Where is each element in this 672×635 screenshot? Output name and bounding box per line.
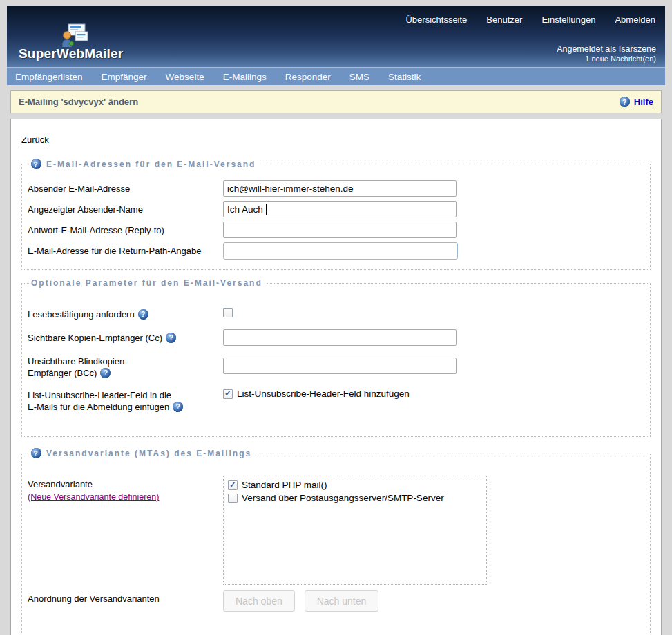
smtp-checkbox[interactable]: ✓	[228, 494, 238, 503]
page: Übersichtsseite Benutzer Einstellungen A…	[0, 0, 672, 635]
cc-label: Sichtbare Kopien-Empfänger (Cc)?	[28, 329, 223, 344]
form-row-absender-name: Angezeigter Absender-Name	[28, 201, 644, 217]
section-versandvariante: ? Versandvariante (MTAs) des E-Mailings …	[21, 448, 651, 635]
absender-name-label: Angezeigter Absender-Name	[28, 201, 223, 215]
nach-unten-button[interactable]: Nach unten	[305, 590, 379, 612]
section-optional-params-legend: Optionale Parameter für den E-Mail-Versa…	[29, 278, 267, 288]
unsubscribe-label: List-Unsubscribe-Header-Feld in die E-Ma…	[28, 387, 223, 413]
unsubscribe-label-line1: List-Unsubscribe-Header-Feld in die	[28, 389, 223, 401]
checkmark-icon: ✓	[224, 389, 231, 398]
cc-input[interactable]	[223, 329, 457, 346]
bcc-input[interactable]	[223, 358, 457, 374]
unsubscribe-label-line2: E-Mails für die Abmeldung einfügen	[28, 402, 169, 412]
help-icon[interactable]: ?	[173, 402, 183, 412]
read-receipt-label: Lesebestätigung anfordern?	[28, 306, 223, 320]
form-row-returnpath: E-Mail-Adresse für die Return-Path-Angab…	[28, 242, 644, 260]
section-email-addresses-legend: ? E-Mail-Adressen für den E-Mail-Versand	[29, 159, 260, 169]
app-title: SuperWebMailer	[19, 46, 123, 61]
legend-text: E-Mail-Adressen für den E-Mail-Versand	[46, 159, 256, 169]
form-row-bcc: Unsichtbare Blindkopien- Empfänger (BCc)…	[28, 353, 644, 379]
absender-label: Absender E-Mail-Adresse	[28, 180, 223, 195]
list-item-smtp: ✓ Versand über Postausgangsserver/SMTP-S…	[228, 493, 482, 503]
read-receipt-checkbox[interactable]: ✓	[223, 308, 233, 318]
order-label: Anordnung der Versandvarianten	[28, 590, 223, 605]
nav-statistik[interactable]: Statistik	[388, 72, 421, 82]
absender-name-input[interactable]	[223, 201, 457, 217]
help-icon-glyph: ?	[622, 98, 626, 106]
help-icon[interactable]: ?	[166, 333, 176, 343]
php-mail-checkbox[interactable]: ✓	[228, 480, 238, 490]
absender-input[interactable]	[223, 180, 457, 197]
checkmark-icon: ✓	[229, 480, 236, 489]
bcc-label-line2: Empfänger (BCc)	[28, 368, 97, 378]
unsubscribe-checkbox-label: List-Unsubscribe-Header-Feld hinzufügen	[237, 389, 410, 399]
new-messages-count: 1 neue Nachricht(en)	[557, 55, 656, 63]
help-icon-glyph: ?	[141, 309, 145, 320]
text-caret	[266, 204, 267, 215]
form-row-order: Anordnung der Versandvarianten Nach oben…	[28, 590, 644, 612]
form-row-replyto: Antwort-E-Mail-Adresse (Reply-to)	[28, 222, 644, 238]
top-link-einstellungen[interactable]: Einstellungen	[541, 14, 595, 25]
top-link-abmelden[interactable]: Abmelden	[615, 14, 655, 25]
returnpath-input[interactable]	[223, 242, 458, 260]
versandvariante-listbox[interactable]: ✓ Standard PHP mail() ✓ Versand über Pos…	[223, 476, 487, 585]
legend-text: Versandvariante (MTAs) des E-Mailings	[46, 449, 251, 458]
logged-in-as: Angemeldet als Isarszene	[557, 44, 656, 54]
content-panel: Zurück ? E-Mail-Adressen für den E-Mail-…	[10, 119, 662, 635]
help-icon-glyph: ?	[33, 449, 39, 458]
form-row-read-receipt: Lesebestätigung anfordern? ✓	[28, 306, 644, 320]
php-mail-label: Standard PHP mail()	[242, 480, 327, 490]
page-title-bar: E-Mailing 'sdvycvyx' ändern ? Hilfe	[10, 90, 662, 113]
top-link-uebersichtsseite[interactable]: Übersichtsseite	[405, 14, 467, 25]
section-versandvariante-legend: ? Versandvariante (MTAs) des E-Mailings	[29, 448, 256, 458]
nach-oben-button[interactable]: Nach oben	[223, 590, 295, 612]
unsubscribe-checkbox[interactable]: ✓	[223, 389, 233, 399]
help-icon[interactable]: ?	[138, 309, 148, 320]
bcc-label-line1: Unsichtbare Blindkopien-	[28, 355, 223, 367]
help-icon[interactable]: ?	[620, 97, 630, 107]
help-icon[interactable]: ?	[31, 159, 41, 169]
versandvariante-label: Versandvariante (Neue Versandvariante de…	[28, 476, 223, 503]
returnpath-label: E-Mail-Adresse für die Return-Path-Angab…	[28, 242, 223, 257]
nav-empfaenger[interactable]: Empfänger	[102, 72, 147, 82]
nav-empfaengerlisten[interactable]: Empfängerlisten	[15, 72, 83, 82]
nav-responder[interactable]: Responder	[285, 72, 331, 82]
form-row-versandvariante: Versandvariante (Neue Versandvariante de…	[28, 476, 644, 585]
help-icon-glyph: ?	[176, 401, 180, 413]
app-header: Übersichtsseite Benutzer Einstellungen A…	[7, 6, 665, 67]
bcc-label: Unsichtbare Blindkopien- Empfänger (BCc)…	[28, 353, 223, 379]
section-optional-params: Optionale Parameter für den E-Mail-Versa…	[21, 278, 651, 437]
legend-text: Optionale Parameter für den E-Mail-Versa…	[31, 278, 262, 288]
help-icon-glyph: ?	[169, 332, 173, 344]
cc-label-text: Sichtbare Kopien-Empfänger (Cc)	[28, 333, 162, 343]
page-title: E-Mailing 'sdvycvyx' ändern	[19, 97, 138, 107]
versandvariante-label-text: Versandvariante	[28, 478, 223, 490]
form-row-cc: Sichtbare Kopien-Empfänger (Cc)?	[28, 329, 644, 346]
form-row-unsubscribe: List-Unsubscribe-Header-Feld in die E-Ma…	[28, 387, 644, 413]
back-link[interactable]: Zurück	[21, 135, 49, 145]
top-nav: Übersichtsseite Benutzer Einstellungen A…	[405, 14, 655, 25]
read-receipt-label-text: Lesebestätigung anfordern	[28, 309, 135, 320]
section-email-addresses: ? E-Mail-Adressen für den E-Mail-Versand…	[21, 159, 651, 270]
smtp-label: Versand über Postausgangsserver/SMTP-Ser…	[242, 493, 444, 503]
help-icon-glyph: ?	[104, 367, 108, 379]
nav-sms[interactable]: SMS	[349, 72, 369, 82]
top-link-benutzer[interactable]: Benutzer	[486, 14, 522, 25]
list-item-php-mail: ✓ Standard PHP mail()	[228, 480, 482, 490]
help-icon[interactable]: ?	[100, 368, 111, 378]
replyto-input[interactable]	[223, 222, 457, 238]
login-info: Angemeldet als Isarszene 1 neue Nachrich…	[557, 44, 656, 63]
nav-e-mailings[interactable]: E-Mailings	[223, 72, 267, 82]
form-row-absender: Absender E-Mail-Adresse	[28, 180, 644, 197]
help-icon[interactable]: ?	[31, 448, 41, 458]
nav-webseite[interactable]: Webseite	[166, 72, 204, 82]
main-nav: Empfängerlisten Empfänger Webseite E-Mai…	[7, 67, 665, 85]
new-versandvariante-link[interactable]: (Neue Versandvariante definieren)	[28, 491, 159, 503]
help-icon-glyph: ?	[33, 160, 39, 168]
hilfe-link[interactable]: Hilfe	[634, 97, 653, 107]
replyto-label: Antwort-E-Mail-Adresse (Reply-to)	[28, 222, 223, 236]
